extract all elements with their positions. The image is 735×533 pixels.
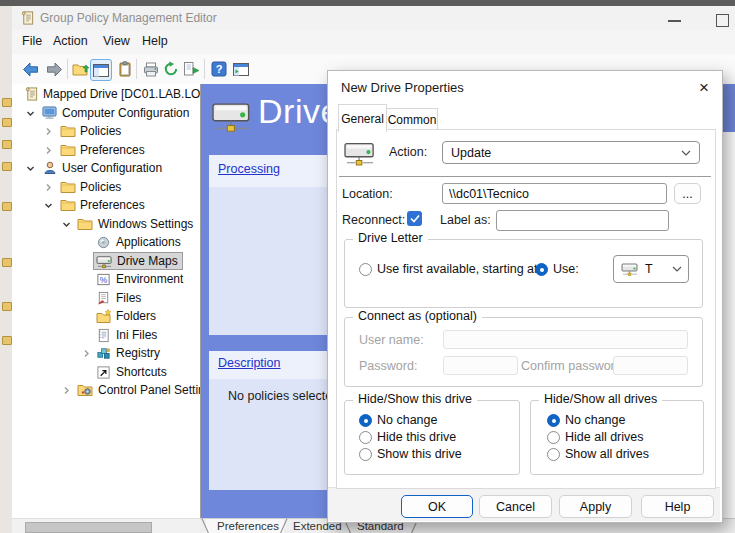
tree-item-windows-settings[interactable]: Windows Settings (12, 215, 200, 233)
selected-item-highlight: Drive Maps (93, 252, 183, 270)
radio-use-first-available[interactable] (359, 263, 372, 276)
paste-icon[interactable] (115, 59, 135, 79)
new-window-icon[interactable] (231, 59, 251, 79)
reconnect-label: Reconnect: (342, 213, 405, 227)
tree-horizontal-scrollbar[interactable] (12, 518, 200, 533)
tab-preferences[interactable]: Preferences (217, 520, 279, 532)
cancel-button[interactable]: Cancel (479, 495, 552, 518)
tree-item-environment[interactable]: % Environment (12, 270, 200, 288)
menu-view[interactable]: View (103, 34, 130, 48)
background-folder-icon (2, 98, 12, 107)
radio-no-change-all[interactable] (547, 414, 560, 427)
scrollbar-thumb[interactable] (25, 522, 152, 533)
tree-item-control-panel-settings[interactable]: Control Panel Setting (12, 381, 200, 399)
tree-item-policies[interactable]: Policies (12, 122, 200, 140)
radio-hide-all-drives[interactable] (547, 431, 560, 444)
tree-item-preferences[interactable]: Preferences (12, 196, 200, 214)
menu-file[interactable]: File (22, 34, 42, 48)
drive-letter-legend: Drive Letter (353, 231, 428, 245)
minimize-icon[interactable] (668, 20, 681, 22)
tree-item-registry[interactable]: Registry (12, 344, 200, 362)
tree-item-user-configuration[interactable]: User Configuration (12, 159, 200, 177)
action-label: Action: (389, 145, 427, 159)
show-console-tree-icon[interactable] (90, 59, 112, 81)
close-icon[interactable]: × (692, 77, 716, 99)
background-folder-icon (2, 302, 12, 311)
back-icon[interactable] (20, 59, 40, 79)
radio-show-all-drives[interactable] (547, 448, 560, 461)
console-tree: Mapped Drive [DC01.LAB.LOCA Computer Con… (12, 84, 201, 518)
menu-bar: File Action View Help (12, 30, 735, 54)
chevron-right-icon[interactable] (44, 122, 53, 140)
background-folder-icon (2, 162, 12, 171)
location-input[interactable] (442, 183, 667, 204)
chevron-right-icon[interactable] (82, 344, 91, 362)
folder-icon (60, 122, 76, 140)
computer-icon (42, 104, 58, 122)
label-as-input[interactable] (496, 210, 669, 231)
folder-icon (60, 178, 76, 196)
drive-icon (96, 254, 113, 269)
no-policies-text: No policies selected. (228, 389, 343, 403)
ini-files-icon (96, 326, 111, 344)
refresh-icon[interactable] (161, 59, 181, 79)
reconnect-checkbox[interactable] (407, 211, 422, 226)
tree-item-shortcuts[interactable]: Shortcuts (12, 363, 200, 381)
tree-item-applications[interactable]: Applications (12, 233, 200, 251)
section-separator (339, 176, 711, 177)
chevron-down-icon (672, 266, 682, 272)
tree-item-ini-files[interactable]: Ini Files (12, 326, 200, 344)
drive-letter-value: T (645, 262, 653, 276)
tab-common[interactable]: Common (386, 108, 438, 131)
chevron-right-icon[interactable] (44, 141, 53, 159)
tree-item-folders[interactable]: Folders (12, 307, 200, 325)
hide-this-drive-label: Hide this drive (377, 430, 456, 444)
title-bar: Group Policy Management Editor (12, 6, 735, 30)
print-icon[interactable] (141, 59, 161, 79)
apply-button[interactable]: Apply (559, 495, 632, 518)
maximize-icon[interactable] (716, 14, 729, 27)
tab-general[interactable]: General (338, 104, 387, 132)
tree-item-drive-maps[interactable]: Drive Maps (12, 252, 200, 270)
background-folder-icon (2, 118, 12, 127)
menu-help[interactable]: Help (142, 34, 168, 48)
tree-item-files[interactable]: Files (12, 289, 200, 307)
tree-item-policies[interactable]: Policies (12, 178, 200, 196)
general-tab-page: Action: Update Location: ... Reconnect: … (336, 129, 716, 489)
radio-no-change-this[interactable] (359, 414, 372, 427)
radio-show-this-drive[interactable] (359, 448, 372, 461)
hide-show-all-legend: Hide/Show all drives (539, 392, 662, 406)
up-one-level-icon[interactable] (71, 59, 91, 79)
help-icon[interactable]: ? (209, 59, 229, 79)
radio-hide-this-drive[interactable] (359, 431, 372, 444)
shortcuts-icon (96, 363, 111, 381)
chevron-down-icon[interactable] (44, 196, 53, 214)
chevron-right-icon[interactable] (62, 381, 71, 399)
export-list-icon[interactable] (181, 59, 201, 79)
dialog-title: New Drive Properties (341, 80, 464, 95)
user-name-input (443, 330, 688, 349)
description-link[interactable]: Description (218, 356, 281, 370)
tree-item-preferences[interactable]: Preferences (12, 141, 200, 159)
browse-button[interactable]: ... (674, 183, 701, 204)
action-select[interactable]: Update (442, 141, 700, 164)
check-icon (410, 214, 420, 223)
ok-button[interactable]: OK (401, 495, 473, 518)
help-button[interactable]: Help (641, 495, 714, 518)
drive-letter-select[interactable]: T (613, 255, 689, 283)
processing-link[interactable]: Processing (218, 162, 280, 176)
radio-use[interactable] (535, 263, 548, 276)
location-label: Location: (342, 187, 393, 201)
menu-action[interactable]: Action (53, 34, 88, 48)
chevron-right-icon[interactable] (44, 178, 53, 196)
svg-text:?: ? (216, 63, 223, 75)
forward-icon[interactable] (44, 59, 64, 79)
chevron-down-icon[interactable] (62, 215, 71, 233)
chevron-down-icon[interactable] (26, 104, 35, 122)
svg-text:%: % (100, 274, 108, 284)
tree-item-root[interactable]: Mapped Drive [DC01.LAB.LOCA (12, 85, 200, 103)
chevron-down-icon[interactable] (26, 159, 35, 177)
environment-icon: % (96, 270, 111, 288)
gpo-scroll-icon (24, 85, 39, 103)
tree-item-computer-configuration[interactable]: Computer Configuration (12, 104, 200, 122)
